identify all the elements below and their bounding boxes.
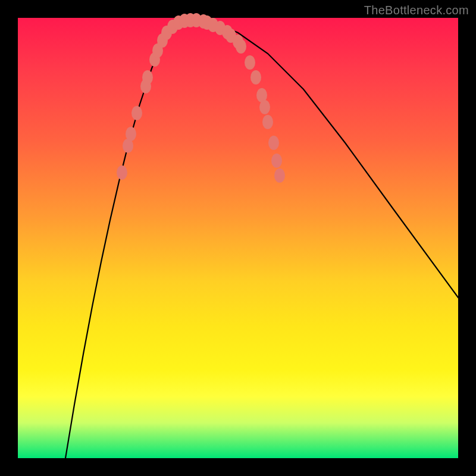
- plot-area: [18, 18, 458, 458]
- curve-marker: [262, 115, 273, 129]
- curve-marker: [245, 55, 255, 70]
- curve-marker: [268, 136, 279, 150]
- curve-marker: [271, 154, 282, 168]
- watermark-text: TheBottleneck.com: [364, 4, 469, 17]
- curve-marker: [117, 165, 127, 180]
- curve-marker: [126, 127, 136, 141]
- curve-marker: [236, 39, 246, 54]
- bottleneck-curve: [65, 20, 458, 458]
- curve-layer: [18, 18, 458, 458]
- curve-marker: [142, 70, 153, 84]
- curve-marker: [131, 106, 142, 120]
- chart-frame: TheBottleneck.com: [0, 0, 476, 476]
- curve-marker: [250, 70, 261, 84]
- curve-marker: [274, 168, 285, 183]
- curve-marker: [259, 100, 270, 114]
